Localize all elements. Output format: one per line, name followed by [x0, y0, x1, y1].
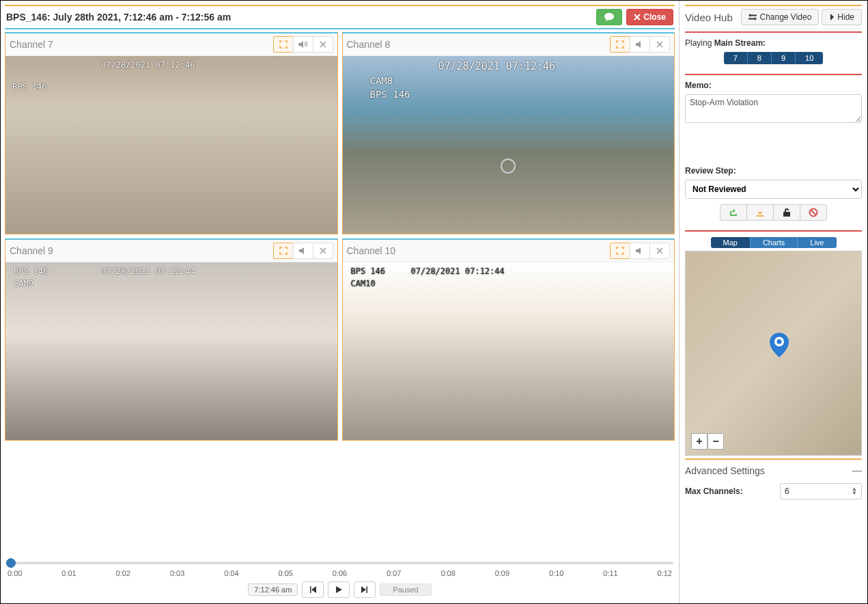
map-marker-icon	[770, 333, 789, 357]
memo-label: Memo:	[685, 81, 862, 90]
fullscreen-button[interactable]	[273, 36, 294, 53]
volume-mute-icon	[299, 247, 307, 255]
channel-panel-8: Channel 8 07/28/2021 07:12:46 CAM8 BPS 1…	[342, 32, 675, 234]
play-button[interactable]	[328, 581, 350, 598]
map-section: Map Charts Live + −	[685, 230, 862, 460]
fullscreen-button[interactable]	[273, 243, 294, 259]
share-button[interactable]	[720, 204, 747, 221]
hide-button[interactable]: Hide	[822, 9, 862, 25]
header-actions: Close	[596, 9, 673, 25]
close-icon	[634, 14, 641, 20]
stream-badges: 7 8 9 10	[685, 52, 862, 64]
expand-icon	[616, 40, 624, 49]
map-tabs: Map Charts Live	[685, 237, 862, 248]
next-button[interactable]	[354, 581, 376, 598]
zoom-out-button[interactable]: −	[708, 433, 724, 450]
video-header: BPS_146: July 28th 2021, 7:12:46 am - 7:…	[5, 5, 675, 29]
chat-button[interactable]	[596, 9, 622, 25]
svg-point-3	[777, 340, 782, 344]
video-feed[interactable]: 07/28/2021 07:12:46 CAM8 BPS 146	[343, 56, 675, 234]
fullscreen-button[interactable]	[610, 243, 630, 259]
skip-back-icon	[309, 586, 317, 594]
x-icon	[656, 41, 663, 48]
timeline-ticks: 0:00 0:01 0:02 0:03 0:04 0:05 0:06 0:07 …	[6, 569, 673, 577]
audio-button[interactable]	[630, 243, 650, 259]
close-channel-button[interactable]	[313, 36, 333, 53]
video-feed[interactable]: 07/28/2021 07:12:44 BPS 146 CAM9	[5, 262, 337, 440]
unlock-icon	[782, 208, 792, 217]
map-zoom-controls: + −	[691, 433, 724, 450]
channel-panel-10: Channel 10 07/28/2021 07:12:44 BPS 146 C…	[342, 238, 675, 441]
close-channel-button[interactable]	[649, 243, 670, 259]
map-tab-live[interactable]: Live	[798, 237, 836, 248]
advanced-settings: Advanced Settings — Max Channels: 6 ▲▼	[685, 460, 862, 505]
memo-input[interactable]	[685, 94, 862, 123]
stream-badge[interactable]: 10	[796, 52, 823, 64]
audio-button[interactable]	[293, 36, 313, 53]
current-time: 7:12:46 am	[248, 584, 298, 596]
x-icon	[320, 247, 326, 254]
chevron-right-icon	[829, 14, 835, 20]
review-label: Review Step:	[685, 166, 862, 176]
stream-section: Playing Main Stream: 7 8 9 10	[685, 31, 862, 70]
channel-panel-9: Channel 9 07/28/2021 07:12:44 BPS 146 CA…	[5, 238, 338, 441]
playback-status: Paused	[380, 584, 431, 596]
comment-icon	[604, 12, 615, 22]
channel-label: Channel 8	[347, 39, 391, 50]
prev-button[interactable]	[302, 581, 324, 598]
action-buttons	[685, 204, 862, 221]
zoom-in-button[interactable]: +	[691, 433, 708, 450]
video-feed[interactable]: 07/28/2021 07:12:46 BPS 146	[5, 56, 337, 234]
ban-button[interactable]	[800, 204, 827, 221]
x-icon	[656, 247, 663, 254]
channel-controls	[611, 36, 670, 53]
channel-panel-7: Channel 7 07/28/2021 07:12:46 BPS 146	[5, 32, 338, 234]
spinner-icon[interactable]: ▲▼	[852, 487, 857, 495]
map-tab-map[interactable]: Map	[711, 237, 751, 248]
expand-icon	[279, 40, 288, 49]
video-grid: Channel 7 07/28/2021 07:12:46 BPS 146 Ch…	[5, 32, 675, 441]
map-tab-charts[interactable]: Charts	[751, 237, 798, 248]
skip-forward-icon	[361, 586, 369, 594]
download-button[interactable]	[746, 204, 774, 221]
video-title: BPS_146: July 28th 2021, 7:12:46 am - 7:…	[6, 12, 231, 23]
player-controls: 7:12:46 am Paused	[6, 581, 673, 598]
expand-icon	[279, 247, 288, 255]
memo-section: Memo: Review Step: Not Reviewed	[685, 74, 862, 226]
map-view[interactable]: + −	[685, 251, 862, 456]
close-button[interactable]: Close	[626, 9, 673, 25]
exchange-icon	[748, 14, 757, 20]
review-step-select[interactable]: Not Reviewed	[685, 180, 862, 199]
playing-label: Playing Main Stream:	[685, 38, 862, 48]
channel-label: Channel 10	[347, 245, 396, 256]
volume-mute-icon	[636, 247, 644, 255]
collapse-icon: —	[852, 465, 862, 476]
advanced-settings-header[interactable]: Advanced Settings —	[685, 465, 862, 476]
lock-button[interactable]	[773, 204, 800, 221]
loading-icon	[499, 157, 517, 175]
volume-icon	[298, 40, 308, 49]
sidebar: Video Hub Change Video Hide Playing Main…	[680, 1, 867, 603]
max-channels-row: Max Channels: 6 ▲▼	[685, 483, 862, 499]
close-channel-button[interactable]	[649, 36, 670, 53]
scrub-slider[interactable]	[6, 562, 673, 564]
x-icon	[320, 41, 326, 48]
stream-badge[interactable]: 8	[748, 52, 772, 64]
channel-controls	[611, 243, 670, 259]
audio-button[interactable]	[293, 243, 313, 259]
close-channel-button[interactable]	[313, 243, 333, 259]
volume-mute-icon	[636, 40, 644, 49]
fullscreen-button[interactable]	[610, 36, 630, 53]
audio-button[interactable]	[630, 36, 650, 53]
stream-badge[interactable]: 9	[772, 52, 796, 64]
change-video-button[interactable]: Change Video	[741, 9, 819, 25]
svg-point-0	[501, 159, 515, 173]
stream-badge[interactable]: 7	[724, 52, 748, 64]
play-icon	[335, 586, 343, 594]
video-feed[interactable]: 07/28/2021 07:12:44 BPS 146 CAM10	[343, 262, 675, 440]
max-channels-label: Max Channels:	[685, 486, 743, 496]
channel-controls	[274, 243, 333, 259]
expand-icon	[616, 247, 624, 255]
max-channels-input[interactable]: 6 ▲▼	[780, 483, 862, 499]
sidebar-title: Video Hub	[685, 12, 733, 23]
